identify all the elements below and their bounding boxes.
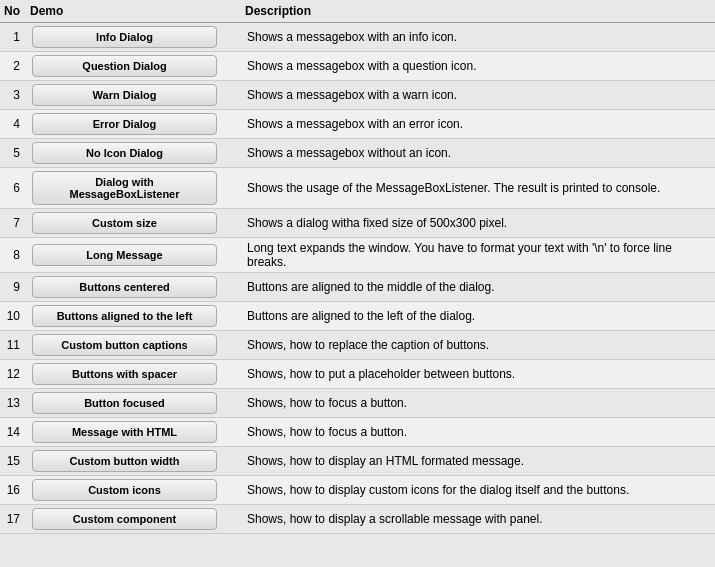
row-demo-cell: Dialog with MessageBoxListener (26, 168, 241, 209)
row-number: 2 (0, 52, 26, 81)
row-description: Shows, how to display custom icons for t… (241, 476, 715, 505)
row-demo-cell: Buttons with spacer (26, 360, 241, 389)
row-demo-cell: Warn Dialog (26, 81, 241, 110)
row-demo-cell: Question Dialog (26, 52, 241, 81)
row-number: 10 (0, 302, 26, 331)
row-description: Shows a messagebox with an info icon. (241, 23, 715, 52)
row-demo-cell: Message with HTML (26, 418, 241, 447)
header-no: No (0, 0, 26, 23)
row-demo-cell: Button focused (26, 389, 241, 418)
demo-button[interactable]: Message with HTML (32, 421, 217, 443)
row-number: 13 (0, 389, 26, 418)
row-demo-cell: Error Dialog (26, 110, 241, 139)
table-row: 16Custom iconsShows, how to display cust… (0, 476, 715, 505)
table-row: 12Buttons with spacerShows, how to put a… (0, 360, 715, 389)
row-description: Shows, how to focus a button. (241, 389, 715, 418)
row-number: 15 (0, 447, 26, 476)
table-row: 3Warn DialogShows a messagebox with a wa… (0, 81, 715, 110)
row-number: 12 (0, 360, 26, 389)
row-description: Shows, how to replace the caption of but… (241, 331, 715, 360)
demo-button[interactable]: Custom button captions (32, 334, 217, 356)
demo-button[interactable]: No Icon Dialog (32, 142, 217, 164)
table-row: 2Question DialogShows a messagebox with … (0, 52, 715, 81)
demo-button[interactable]: Long Message (32, 244, 217, 266)
table-row: 11Custom button captionsShows, how to re… (0, 331, 715, 360)
header-demo: Demo (26, 0, 241, 23)
row-number: 7 (0, 209, 26, 238)
row-number: 16 (0, 476, 26, 505)
demo-button[interactable]: Question Dialog (32, 55, 217, 77)
row-number: 4 (0, 110, 26, 139)
demo-button[interactable]: Custom icons (32, 479, 217, 501)
row-description: Shows a messagebox with an error icon. (241, 110, 715, 139)
row-number: 17 (0, 505, 26, 534)
row-number: 14 (0, 418, 26, 447)
row-number: 11 (0, 331, 26, 360)
row-demo-cell: Long Message (26, 238, 241, 273)
table-row: 5No Icon DialogShows a messagebox withou… (0, 139, 715, 168)
demo-button[interactable]: Dialog with MessageBoxListener (32, 171, 217, 205)
table-row: 9Buttons centeredButtons are aligned to … (0, 273, 715, 302)
row-demo-cell: No Icon Dialog (26, 139, 241, 168)
row-description: Long text expands the window. You have t… (241, 238, 715, 273)
row-demo-cell: Buttons centered (26, 273, 241, 302)
row-description: Buttons are aligned to the left of the d… (241, 302, 715, 331)
table-row: 8Long MessageLong text expands the windo… (0, 238, 715, 273)
row-description: Shows, how to focus a button. (241, 418, 715, 447)
row-demo-cell: Custom button captions (26, 331, 241, 360)
row-description: Shows a dialog witha fixed size of 500x3… (241, 209, 715, 238)
row-demo-cell: Buttons aligned to the left (26, 302, 241, 331)
demo-button[interactable]: Warn Dialog (32, 84, 217, 106)
demo-button[interactable]: Custom component (32, 508, 217, 530)
demo-button[interactable]: Info Dialog (32, 26, 217, 48)
row-number: 3 (0, 81, 26, 110)
row-number: 9 (0, 273, 26, 302)
table-row: 10Buttons aligned to the leftButtons are… (0, 302, 715, 331)
row-description: Shows, how to put a placeholder between … (241, 360, 715, 389)
table-row: 6Dialog with MessageBoxListenerShows the… (0, 168, 715, 209)
demo-button[interactable]: Custom button width (32, 450, 217, 472)
row-number: 8 (0, 238, 26, 273)
row-description: Shows a messagebox without an icon. (241, 139, 715, 168)
demo-button[interactable]: Buttons aligned to the left (32, 305, 217, 327)
demo-button[interactable]: Custom size (32, 212, 217, 234)
main-container: No Demo Description 1Info DialogShows a … (0, 0, 715, 567)
row-description: Shows, how to display an HTML formated m… (241, 447, 715, 476)
table-row: 4Error DialogShows a messagebox with an … (0, 110, 715, 139)
demo-button[interactable]: Buttons with spacer (32, 363, 217, 385)
row-description: Shows the usage of the MessageBoxListene… (241, 168, 715, 209)
row-description: Shows a messagebox with a question icon. (241, 52, 715, 81)
demo-button[interactable]: Buttons centered (32, 276, 217, 298)
row-demo-cell: Custom icons (26, 476, 241, 505)
row-demo-cell: Custom button width (26, 447, 241, 476)
row-number: 1 (0, 23, 26, 52)
table-row: 13Button focusedShows, how to focus a bu… (0, 389, 715, 418)
table-row: 1Info DialogShows a messagebox with an i… (0, 23, 715, 52)
demo-button[interactable]: Error Dialog (32, 113, 217, 135)
table-row: 7Custom sizeShows a dialog witha fixed s… (0, 209, 715, 238)
table-row: 15Custom button widthShows, how to displ… (0, 447, 715, 476)
row-description: Shows a messagebox with a warn icon. (241, 81, 715, 110)
row-demo-cell: Custom component (26, 505, 241, 534)
table-row: 14Message with HTMLShows, how to focus a… (0, 418, 715, 447)
row-demo-cell: Info Dialog (26, 23, 241, 52)
row-demo-cell: Custom size (26, 209, 241, 238)
row-description: Buttons are aligned to the middle of the… (241, 273, 715, 302)
table-row: 17Custom componentShows, how to display … (0, 505, 715, 534)
row-number: 6 (0, 168, 26, 209)
row-number: 5 (0, 139, 26, 168)
demo-table: No Demo Description 1Info DialogShows a … (0, 0, 715, 534)
demo-button[interactable]: Button focused (32, 392, 217, 414)
row-description: Shows, how to display a scrollable messa… (241, 505, 715, 534)
header-desc: Description (241, 0, 715, 23)
